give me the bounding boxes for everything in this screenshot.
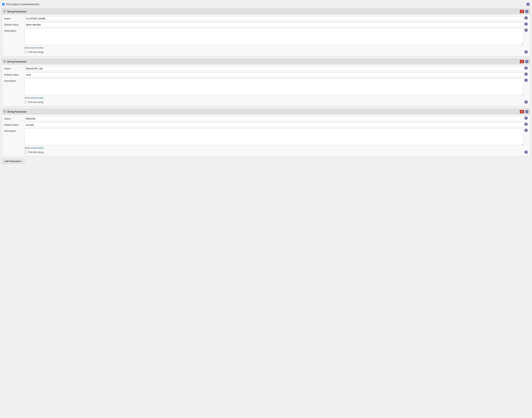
param-header-2: String Parameter x ? <box>2 59 530 65</box>
param-header-right-1: x ? <box>520 10 529 13</box>
parameter-block-3: String Parameter x ? Name ? Default Valu… <box>2 109 530 157</box>
default-field-1: ? <box>24 22 528 27</box>
delete-button-3[interactable]: x <box>520 110 524 113</box>
param-type-label-2: String Parameter <box>7 60 27 63</box>
default-label-1: Default Value <box>4 22 24 26</box>
description-textarea-3[interactable] <box>24 129 523 145</box>
default-input-3[interactable] <box>24 123 523 127</box>
description-row-2: Description ? <box>4 79 528 95</box>
add-parameter-label: Add Parameter <box>4 160 20 163</box>
page-header: This project is parameterized ? <box>2 2 530 7</box>
param-body-1: Name ? Default Value ? Description <box>2 14 530 56</box>
trim-help-icon-2[interactable]: ? <box>524 100 528 104</box>
name-label-2: Name <box>4 66 24 70</box>
name-row-1: Name ? <box>4 16 528 21</box>
format-text-2: [Plain text] <box>24 97 36 99</box>
parameters-container: String Parameter x ? Name ? Default Valu… <box>2 9 530 157</box>
trim-label-3: Trim the string <box>28 151 43 153</box>
description-row-3: Description ? <box>4 129 528 145</box>
preview-link-2[interactable]: Preview <box>36 97 43 99</box>
param-help-icon-1[interactable]: ? <box>525 10 529 13</box>
param-type-label-3: String Parameter <box>7 110 27 113</box>
footer: Add Parameter ▾ <box>2 159 530 164</box>
format-row-3: [Plain text] Preview <box>24 147 528 149</box>
description-label-1: Description <box>4 28 24 32</box>
trim-help-icon-3[interactable]: ? <box>524 151 528 154</box>
description-help-icon-1[interactable]: ? <box>524 28 528 32</box>
preview-link-1[interactable]: Preview <box>36 46 43 49</box>
trim-checkbox-1[interactable] <box>24 51 27 53</box>
default-help-icon-1[interactable]: ? <box>524 22 528 26</box>
default-row-3: Default Value ? <box>4 123 528 127</box>
description-help-icon-3[interactable]: ? <box>524 129 528 132</box>
trim-help-icon-1[interactable]: ? <box>524 50 528 54</box>
name-help-icon-1[interactable]: ? <box>524 16 528 20</box>
name-label-3: Name <box>4 116 24 120</box>
parameter-block-1: String Parameter x ? Name ? Default Valu… <box>2 9 530 56</box>
trim-checkbox-3[interactable] <box>24 151 27 153</box>
description-label-2: Description <box>4 79 24 82</box>
name-input-2[interactable] <box>24 66 523 71</box>
default-field-2: ? <box>24 72 528 77</box>
default-help-icon-3[interactable]: ? <box>524 123 528 126</box>
param-header-left-3: String Parameter <box>3 110 27 113</box>
page-help-icon[interactable]: ? <box>526 3 530 6</box>
drag-handle-3[interactable] <box>3 111 6 113</box>
default-row-1: Default Value ? <box>4 22 528 27</box>
param-type-label-1: String Parameter <box>7 10 27 13</box>
trim-row-inner-1: Trim the string <box>24 51 43 53</box>
default-help-icon-2[interactable]: ? <box>524 72 528 76</box>
default-label-2: Default Value <box>4 72 24 76</box>
name-field-3: ? <box>24 116 528 121</box>
name-label-1: Name <box>4 16 24 20</box>
default-row-2: Default Value ? <box>4 72 528 77</box>
preview-link-3[interactable]: Preview <box>36 147 43 149</box>
name-field-2: ? <box>24 66 528 71</box>
description-row-1: Description ? <box>4 28 528 45</box>
description-field-1: ? <box>24 28 528 45</box>
description-textarea-1[interactable] <box>24 28 523 45</box>
format-row-1: [Plain text] Preview <box>24 46 528 49</box>
trim-label-1: Trim the string <box>28 51 43 53</box>
parameterized-checkbox[interactable] <box>2 3 5 6</box>
trim-row-1: Trim the string ? <box>24 50 528 54</box>
param-header-left-2: String Parameter <box>3 60 27 63</box>
param-help-icon-3[interactable]: ? <box>525 110 529 113</box>
add-parameter-button[interactable]: Add Parameter ▾ <box>2 159 24 164</box>
name-field-1: ? <box>24 16 528 21</box>
description-label-3: Description <box>4 129 24 132</box>
parameterized-checkbox-label[interactable]: This project is parameterized <box>2 3 39 6</box>
description-help-icon-2[interactable]: ? <box>524 79 528 82</box>
default-input-1[interactable] <box>24 22 523 27</box>
name-row-2: Name ? <box>4 66 528 71</box>
param-help-icon-2[interactable]: ? <box>525 60 529 63</box>
trim-row-inner-2: Trim the string <box>24 101 43 104</box>
description-textarea-2[interactable] <box>24 79 523 95</box>
default-label-3: Default Value <box>4 123 24 126</box>
delete-button-2[interactable]: x <box>520 60 524 63</box>
param-header-1: String Parameter x ? <box>2 9 530 14</box>
name-row-3: Name ? <box>4 116 528 121</box>
name-input-1[interactable] <box>24 16 523 21</box>
chevron-down-icon: ▾ <box>21 160 22 162</box>
trim-row-2: Trim the string ? <box>24 100 528 104</box>
default-input-2[interactable] <box>24 72 523 77</box>
format-row-2: [Plain text] Preview <box>24 97 528 99</box>
param-header-left-1: String Parameter <box>3 10 27 13</box>
param-body-3: Name ? Default Value ? Description <box>2 115 530 156</box>
drag-handle-2[interactable] <box>3 60 6 63</box>
name-help-icon-2[interactable]: ? <box>524 66 528 70</box>
param-body-2: Name ? Default Value ? Description <box>2 65 530 106</box>
param-header-3: String Parameter x ? <box>2 109 530 115</box>
description-field-2: ? <box>24 79 528 95</box>
trim-label-2: Trim the string <box>28 101 43 104</box>
name-input-3[interactable] <box>24 116 523 121</box>
param-header-right-2: x ? <box>520 60 529 63</box>
drag-handle-1[interactable] <box>3 10 6 12</box>
format-text-1: [Plain text] <box>24 46 36 49</box>
parameter-block-2: String Parameter x ? Name ? Default Valu… <box>2 58 530 106</box>
trim-row-inner-3: Trim the string <box>24 151 43 153</box>
delete-button-1[interactable]: x <box>520 10 524 13</box>
name-help-icon-3[interactable]: ? <box>524 116 528 120</box>
trim-checkbox-2[interactable] <box>24 101 27 103</box>
